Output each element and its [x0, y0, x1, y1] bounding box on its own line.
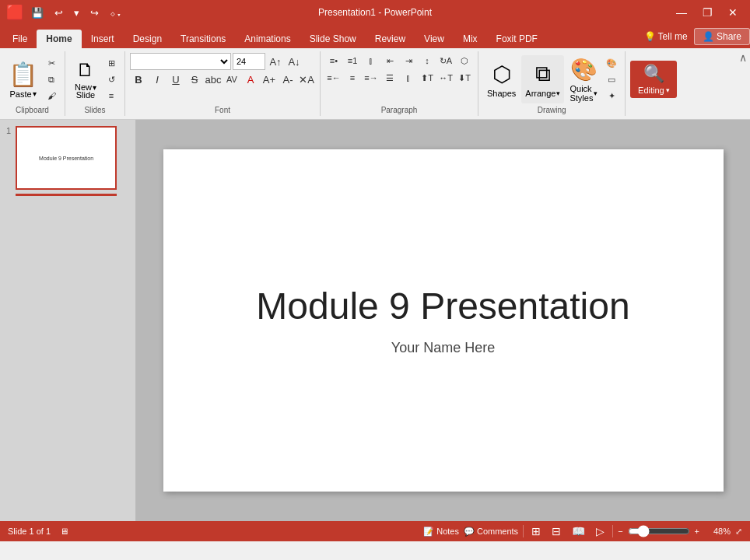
comments-button[interactable]: 💬 Comments	[464, 527, 518, 537]
indent-increase-btn[interactable]: ⇥	[400, 53, 417, 68]
increase-font-btn2[interactable]: A+	[261, 72, 278, 87]
minimize-btn[interactable]: —	[670, 3, 693, 22]
tab-review[interactable]: Review	[366, 30, 415, 48]
align-bottom-btn[interactable]: ⬇T	[456, 70, 473, 86]
text-direction-btn[interactable]: ↻A	[437, 53, 454, 68]
fit-to-window-icon[interactable]: ⤢	[735, 527, 742, 537]
share-icon: 👤	[703, 31, 714, 42]
arrange-dropdown-icon: ▾	[556, 89, 560, 97]
tab-foxit[interactable]: Foxit PDF	[487, 30, 547, 48]
tab-home[interactable]: Home	[37, 30, 81, 48]
text-columns-btn[interactable]: ⫿	[400, 70, 417, 86]
font-color-btn[interactable]: A	[242, 72, 259, 87]
increase-font-btn[interactable]: A↑	[267, 54, 284, 69]
shape-outline-btn[interactable]: ▭	[603, 72, 620, 87]
indent-decrease-btn[interactable]: ⇤	[381, 53, 398, 68]
zoom-out-icon[interactable]: −	[618, 527, 622, 536]
editing-button[interactable]: 🔍 Editing ▾	[630, 61, 677, 98]
arrange-button[interactable]: ⧉ Arrange ▾	[521, 55, 564, 103]
bullets-btn[interactable]: ≡•	[325, 53, 342, 68]
quick-styles-button[interactable]: 🎨 QuickStyles ▾	[566, 55, 601, 103]
slide-sorter-icon[interactable]: ⊟	[548, 523, 564, 539]
strikethrough-btn[interactable]: S	[186, 72, 203, 87]
reading-view-icon[interactable]: 📖	[569, 523, 588, 539]
quick-styles-dropdown: ▾	[594, 89, 598, 97]
tab-animations[interactable]: Animations	[235, 30, 300, 48]
customize-quick-btn[interactable]: ⬦▾	[107, 5, 125, 20]
convert-to-smartart-btn[interactable]: ⬡	[456, 53, 473, 68]
align-middle-btn[interactable]: ↔T	[437, 70, 454, 86]
zoom-level[interactable]: 48%	[704, 527, 731, 536]
decrease-font-btn[interactable]: A↓	[286, 54, 303, 69]
slide-thumbnail[interactable]: Module 9 Presentation	[16, 126, 117, 190]
slide-subtitle[interactable]: Your Name Here	[391, 340, 495, 356]
copy-button[interactable]: ⧉	[43, 72, 60, 87]
font-name-select[interactable]	[130, 53, 231, 70]
char-spacing-btn[interactable]: AV	[223, 72, 240, 87]
columns-btn[interactable]: ⫿	[363, 53, 380, 68]
clear-format-btn[interactable]: ✕A	[298, 72, 315, 87]
share-btn[interactable]: 👤 Share	[694, 28, 750, 45]
editing-label: Editing	[638, 86, 664, 95]
canvas-area[interactable]: Module 9 Presentation Your Name Here	[136, 120, 750, 521]
status-bar: Slide 1 of 1 🖥 📝 Notes 💬 Comments ⊞ ⊟ 📖 …	[0, 521, 750, 541]
restore-btn[interactable]: ❐	[696, 3, 719, 22]
cut-button[interactable]: ✂	[43, 55, 60, 71]
ribbon-collapse-btn[interactable]: ∧	[739, 51, 747, 64]
main-area: 1 Module 9 Presentation Module 9 Present…	[0, 120, 750, 521]
numbering-btn[interactable]: ≡1	[344, 53, 361, 68]
tab-view[interactable]: View	[415, 30, 454, 48]
slide-canvas[interactable]: Module 9 Presentation Your Name Here	[163, 149, 724, 492]
shadow-btn[interactable]: abc	[205, 72, 222, 87]
comments-icon: 💬	[464, 527, 475, 537]
undo-dropdown-btn[interactable]: ▾	[71, 5, 82, 20]
new-slide-button[interactable]: 🗋 New ▾ Slide	[70, 55, 101, 103]
decrease-font-btn2[interactable]: A-	[279, 72, 296, 87]
zoom-slider[interactable]	[628, 525, 690, 537]
redo-btn[interactable]: ↪	[87, 5, 102, 20]
bold-btn[interactable]: B	[130, 72, 147, 87]
tab-design[interactable]: Design	[124, 30, 171, 48]
tab-file[interactable]: File	[3, 30, 37, 48]
editing-group-content: 🔍 Editing ▾	[630, 53, 677, 106]
shape-effects-btn[interactable]: ✦	[603, 88, 620, 103]
section-button[interactable]: ≡	[103, 88, 120, 103]
close-btn[interactable]: ✕	[722, 3, 744, 22]
drawing-group-content: ⬡ Shapes ⧉ Arrange ▾ 🎨 QuickStyles ▾ 🎨 ▭	[483, 53, 620, 106]
underline-btn[interactable]: U	[167, 72, 184, 87]
shape-fill-btn[interactable]: 🎨	[603, 55, 620, 71]
drawing-extra-btns: 🎨 ▭ ✦	[603, 55, 620, 103]
slides-label: Slides	[70, 106, 120, 116]
align-center-btn[interactable]: ≡	[344, 70, 361, 86]
zoom-in-icon[interactable]: +	[695, 527, 699, 536]
slide-show-settings-icon[interactable]: 🖥	[60, 527, 68, 536]
line-spacing-btn[interactable]: ↕	[419, 53, 436, 68]
slide-title[interactable]: Module 9 Presentation	[256, 285, 629, 327]
new-slide-icon: 🗋	[76, 59, 95, 81]
reset-button[interactable]: ↺	[103, 72, 120, 87]
tab-insert[interactable]: Insert	[82, 30, 124, 48]
slides-group: 🗋 New ▾ Slide ⊞ ↺ ≡ Slides	[65, 51, 125, 116]
align-left-btn[interactable]: ≡←	[325, 70, 342, 86]
layout-button[interactable]: ⊞	[103, 55, 120, 71]
font-size-input[interactable]	[233, 53, 265, 70]
undo-btn[interactable]: ↩	[51, 5, 66, 20]
tab-slideshow[interactable]: Slide Show	[300, 30, 366, 48]
align-top-btn[interactable]: ⬆T	[419, 70, 436, 86]
save-quick-btn[interactable]: 💾	[28, 5, 47, 20]
tab-mix[interactable]: Mix	[454, 30, 487, 48]
justify-btn[interactable]: ☰	[381, 70, 398, 86]
format-painter-button[interactable]: 🖌	[43, 88, 60, 103]
font-row-2: B I U S abc AV A A+ A- ✕A	[130, 72, 315, 87]
tell-me-btn[interactable]: 💡 Tell me	[644, 31, 688, 42]
normal-view-icon[interactable]: ⊞	[528, 523, 544, 539]
italic-btn[interactable]: I	[149, 72, 166, 87]
notes-button[interactable]: 📝 Notes	[423, 527, 459, 537]
shapes-button[interactable]: ⬡ Shapes	[483, 55, 520, 103]
slide-show-icon[interactable]: ▷	[593, 523, 608, 539]
align-right-btn[interactable]: ≡→	[363, 70, 380, 86]
powerpoint-logo-icon: 🟥	[6, 4, 23, 21]
tab-transitions[interactable]: Transitions	[171, 30, 235, 48]
editing-dropdown: ▾	[666, 86, 670, 94]
paste-button[interactable]: 📋 Paste ▾	[5, 55, 41, 103]
